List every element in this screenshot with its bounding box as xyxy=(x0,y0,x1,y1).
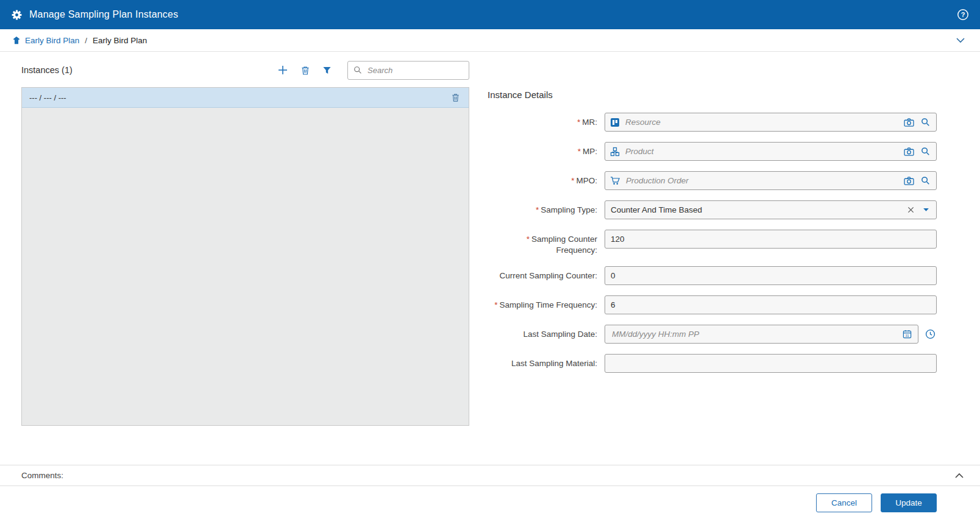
last-sampling-date-label: Last Sampling Date: xyxy=(523,330,597,339)
last-sampling-material-input[interactable] xyxy=(605,354,937,373)
footer-actions: Cancel Update xyxy=(0,486,980,519)
clear-icon[interactable] xyxy=(906,205,915,214)
chevron-down-icon[interactable] xyxy=(953,35,968,46)
required-marker: * xyxy=(494,300,497,309)
required-marker: * xyxy=(577,118,580,127)
search-icon xyxy=(353,66,362,74)
mp-lookup-icon[interactable] xyxy=(920,146,931,157)
breadcrumb: Early Bird Plan / Early Bird Plan xyxy=(0,29,980,52)
sampling-counter-frequency-label: Sampling Counter Frequency: xyxy=(531,235,597,255)
calendar-icon[interactable]: 31 xyxy=(901,328,913,340)
search-box xyxy=(347,61,469,80)
help-icon[interactable]: ? xyxy=(957,9,969,21)
mp-label: MP: xyxy=(583,147,597,156)
field-row-mp: *MP: xyxy=(488,142,937,161)
update-button[interactable]: Update xyxy=(881,493,937,512)
mpo-lookup-icon[interactable] xyxy=(920,175,931,186)
clock-icon[interactable] xyxy=(924,328,937,341)
field-row-mr: *MR: xyxy=(488,113,937,132)
chevron-up-icon[interactable] xyxy=(952,470,967,481)
svg-text:?: ? xyxy=(961,11,965,18)
production-order-cart-icon xyxy=(610,176,620,185)
last-sampling-material-label: Last Sampling Material: xyxy=(511,359,597,368)
mr-input[interactable] xyxy=(624,117,898,127)
mpo-picker xyxy=(605,171,937,190)
mpo-input[interactable] xyxy=(625,175,898,186)
instances-panel: Instances (1) xyxy=(21,59,469,426)
resource-icon xyxy=(610,118,620,127)
instance-details-panel: Instance Details *MR: xyxy=(488,59,937,426)
last-sampling-date-input[interactable] xyxy=(611,329,897,339)
filter-button[interactable] xyxy=(322,66,332,75)
instance-row[interactable]: --- / --- / --- xyxy=(22,88,469,108)
field-row-mpo: *MPO: xyxy=(488,171,937,190)
field-row-sampling-type: *Sampling Type: Counter And Time Based xyxy=(488,200,937,219)
details-title: Instance Details xyxy=(488,90,937,100)
mp-camera-icon[interactable] xyxy=(903,146,915,157)
dropdown-caret-icon[interactable] xyxy=(921,207,931,213)
mr-lookup-icon[interactable] xyxy=(920,116,931,128)
instance-list: --- / --- / --- xyxy=(21,87,469,426)
field-row-sampling-time-frequency: *Sampling Time Frequency: xyxy=(488,295,937,314)
current-sampling-counter-label: Current Sampling Counter: xyxy=(499,271,597,280)
current-sampling-counter-input[interactable] xyxy=(605,266,937,285)
mp-input[interactable] xyxy=(624,146,898,157)
row-trash-icon[interactable] xyxy=(450,91,461,104)
mr-label: MR: xyxy=(582,118,597,127)
add-instance-button[interactable] xyxy=(277,65,288,76)
instance-row-label: --- / --- / --- xyxy=(29,93,66,102)
delete-instance-button[interactable] xyxy=(300,65,310,76)
sampling-time-frequency-input[interactable] xyxy=(605,295,937,314)
field-row-last-sampling-date: Last Sampling Date: 31 xyxy=(488,325,937,344)
product-icon xyxy=(610,147,620,157)
mr-picker xyxy=(605,113,937,132)
comments-label: Comments: xyxy=(21,471,63,480)
sampling-counter-frequency-input[interactable] xyxy=(605,230,937,249)
mr-camera-icon[interactable] xyxy=(903,117,915,128)
cancel-button[interactable]: Cancel xyxy=(816,493,872,512)
sampling-type-label: Sampling Type: xyxy=(541,205,597,214)
page-title: Manage Sampling Plan Instances xyxy=(29,9,178,20)
field-row-last-sampling-material: Last Sampling Material: xyxy=(488,354,937,373)
bottom-area: Comments: Cancel Update xyxy=(0,465,980,519)
mp-picker xyxy=(605,142,937,161)
main-content: Instances (1) xyxy=(0,52,980,426)
required-marker: * xyxy=(527,235,530,244)
search-input[interactable] xyxy=(366,65,463,76)
field-row-current-sampling-counter: Current Sampling Counter: xyxy=(488,266,937,285)
required-marker: * xyxy=(578,147,581,156)
last-sampling-date-field: 31 xyxy=(605,325,918,344)
breadcrumb-separator: / xyxy=(85,36,87,45)
instances-toolbar xyxy=(277,65,332,76)
breadcrumb-parent-link[interactable]: Early Bird Plan xyxy=(25,36,79,45)
required-marker: * xyxy=(571,176,574,185)
top-bar: Manage Sampling Plan Instances ? xyxy=(0,0,980,29)
comments-bar: Comments: xyxy=(0,465,980,486)
mpo-label: MPO: xyxy=(576,176,597,185)
sampling-time-frequency-label: Sampling Time Frequency: xyxy=(499,300,597,309)
sampling-type-value: Counter And Time Based xyxy=(611,205,900,214)
required-marker: * xyxy=(536,205,539,214)
instances-title: Instances (1) xyxy=(21,65,73,75)
mpo-camera-icon[interactable] xyxy=(903,175,915,186)
plan-icon xyxy=(12,36,21,44)
svg-text:31: 31 xyxy=(905,334,909,337)
sampling-type-dropdown[interactable]: Counter And Time Based xyxy=(605,200,937,219)
settings-gear-icon xyxy=(11,9,23,21)
field-row-sampling-counter-frequency: *Sampling Counter Frequency: xyxy=(488,230,937,256)
breadcrumb-current: Early Bird Plan xyxy=(93,36,147,45)
